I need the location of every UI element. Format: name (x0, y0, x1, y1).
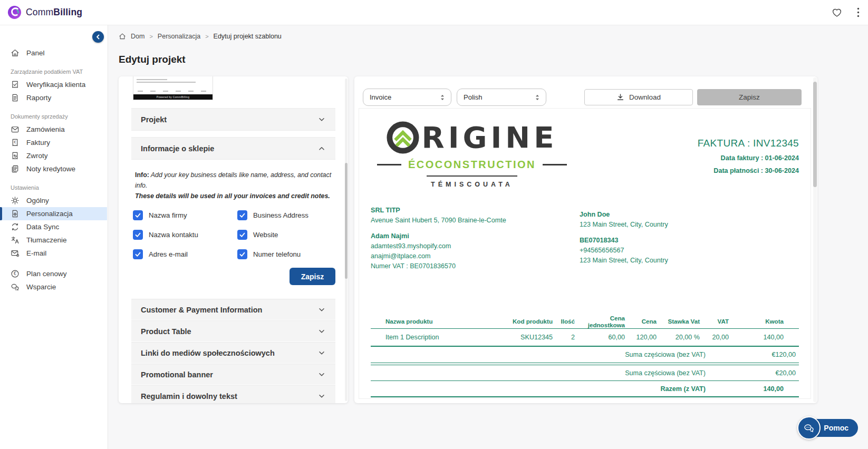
language-value: Polish (464, 93, 482, 101)
table-header-row: Nazwa produktu Kod produktu Ilość Cena j… (371, 314, 799, 328)
checkbox-checked-icon[interactable] (133, 210, 143, 220)
checkbox-checked-icon[interactable] (133, 249, 143, 259)
origine-logo-icon (387, 121, 419, 154)
sidebar-item-ogolny[interactable]: Ogólny (0, 194, 107, 207)
sidebar-section-title: Zarządzanie podatkiem VAT (0, 69, 107, 75)
thumbnail-link-dash (138, 91, 143, 92)
accordion-label: Product Table (141, 327, 191, 336)
checkbox-website[interactable]: Website (237, 230, 348, 240)
breadcrumb-section[interactable]: Personalizacja (158, 33, 200, 40)
sidebar-item-label: E-mail (26, 249, 46, 257)
sidebar-item-faktury[interactable]: € Faktury (0, 136, 107, 149)
checkbox-nazwa-firmy[interactable]: Nazwa firmy (133, 210, 237, 220)
sidebar-item-plan-cenowy[interactable]: € Plan cenowy (0, 267, 107, 280)
breadcrumb-home[interactable]: Dom (131, 33, 144, 40)
accordion-terms-free-text[interactable]: Regulamin i dowolny tekst (131, 385, 335, 403)
grand-total-value: 140,00 (706, 385, 799, 393)
preview-scrollbar-thumb[interactable] (813, 82, 817, 187)
checkbox-adres-email[interactable]: Adres e-mail (133, 249, 237, 259)
document-type-select[interactable]: Invoice (363, 89, 451, 106)
invoice-preview: RIGINE ÉCOCONSTRUCTION TÉMISCOUATA FAKTU… (359, 108, 811, 399)
cell-unit-price: 60,00 (575, 334, 625, 341)
accordion-projekt[interactable]: Projekt (131, 108, 335, 131)
col-header: Cena (625, 318, 657, 325)
accordion-customer-payment[interactable]: Customer & Payment Information (131, 299, 335, 320)
checkbox-checked-icon[interactable] (237, 249, 247, 259)
checkbox-label: Nazwa kontaktu (149, 231, 198, 239)
buyer-address2: 123 Main Street, City, Country (580, 256, 668, 266)
accordion-product-table[interactable]: Product Table (131, 320, 335, 342)
help-chat-icon[interactable] (797, 416, 821, 440)
preview-save-button[interactable]: Zapisz (697, 89, 802, 105)
preview-scrollbar (813, 77, 817, 402)
sidebar-item-label: Ogólny (26, 197, 49, 204)
vat-total-row: Suma częściowa (bez VAT) €20,00 (371, 365, 799, 380)
sidebar-item-tlumaczenie[interactable]: Tłumaczenie (0, 233, 107, 247)
sidebar-item-label: Data Sync (26, 223, 59, 231)
thumbnail-link-dash (176, 91, 181, 92)
download-button[interactable]: Download (584, 89, 693, 105)
grand-total-label: Razem (z VAT) (371, 385, 706, 393)
checkbox-business-address[interactable]: Business Address (237, 210, 348, 220)
store-info-checkboxes: Nazwa firmy Business Address Nazwa konta… (133, 210, 348, 259)
sidebar-item-label: Weryfikacja klienta (26, 81, 85, 89)
checkbox-numer-telefonu[interactable]: Numer telefonu (237, 249, 348, 259)
sidebar-item-label: Raporty (26, 94, 51, 102)
brand-icon (7, 5, 22, 19)
thumbnail-footer: Powered by CommBilling (133, 94, 213, 100)
chevron-down-icon (317, 349, 326, 357)
chevron-down-icon (317, 392, 326, 401)
seller-website: adamtest93.myshopify.com (371, 241, 506, 251)
accordion-label: Projekt (141, 115, 167, 124)
favorite-heart-icon[interactable] (832, 7, 842, 17)
seller-email: anajmi@itplace.com (371, 251, 506, 261)
sidebar-item-label: Tłumaczenie (26, 236, 67, 244)
checkbox-label: Numer telefonu (253, 250, 301, 258)
reports-icon (11, 93, 20, 102)
sidebar-item-label: Noty kredytowe (26, 165, 75, 173)
accordion-informacje-o-sklepie[interactable]: Informacje o sklepie (131, 137, 335, 160)
main-content: Dom > Personalizacja > Edytuj projekt sz… (108, 25, 868, 449)
svg-text:€: € (14, 271, 16, 276)
sidebar-collapse-button[interactable] (92, 31, 104, 43)
accordion-stack: Customer & Payment Information Product T… (119, 299, 348, 403)
sidebar-item-panel[interactable]: Panel (0, 46, 107, 60)
sidebar-item-zamowienia[interactable]: Zamówienia (0, 123, 107, 136)
sidebar-item-noty-kredytowe[interactable]: Noty kredytowe (0, 162, 107, 175)
logo-subtitle: ÉCOCONSTRUCTION (408, 159, 536, 171)
subtotal-label: Suma częściowa (bez VAT) (371, 351, 706, 358)
chevron-down-icon (317, 327, 326, 336)
accordion-social-links[interactable]: Linki do mediów społecznościowych (131, 342, 335, 364)
col-header: VAT (700, 318, 729, 325)
subtotal-value: €120,00 (706, 351, 799, 358)
translate-icon (11, 236, 20, 245)
brand-logo[interactable]: CommBilling (0, 5, 82, 19)
sidebar-item-raporty[interactable]: Raporty (0, 91, 107, 104)
language-select[interactable]: Polish (457, 89, 546, 106)
sidebar-item-wsparcie[interactable]: Wsparcie (0, 280, 107, 294)
checkbox-checked-icon[interactable] (237, 210, 247, 220)
mail-settings-icon (11, 249, 20, 258)
sidebar-item-label: Panel (26, 49, 45, 57)
breadcrumb: Dom > Personalizacja > Edytuj projekt sz… (119, 33, 282, 40)
accordion-promotional-banner[interactable]: Promotional banner (131, 364, 335, 385)
kebab-menu-icon[interactable] (857, 7, 860, 17)
thumbnail-text-line (137, 79, 167, 80)
checkbox-label: Business Address (253, 211, 308, 219)
panel-scrollbar-thumb[interactable] (345, 163, 348, 279)
vat-total-value: €20,00 (706, 369, 799, 377)
sidebar-item-zwroty[interactable]: Zwroty (0, 149, 107, 162)
store-info-save-button[interactable]: Zapisz (290, 268, 335, 285)
checkbox-nazwa-kontaktu[interactable]: Nazwa kontaktu (133, 230, 237, 240)
sidebar-item-weryfikacja-klienta[interactable]: Weryfikacja klienta (0, 78, 107, 91)
sidebar-item-data-sync[interactable]: Data Sync (0, 220, 107, 233)
sidebar-item-email[interactable]: E-mail (0, 247, 107, 260)
thumbnail-link-dash (201, 91, 206, 92)
thumbnail-text-line (137, 82, 196, 83)
checkbox-checked-icon[interactable] (237, 230, 247, 240)
template-thumbnail[interactable]: Powered by CommBilling (133, 76, 213, 100)
sidebar-item-label: Zamówienia (26, 125, 65, 133)
sidebar-item-personalizacja[interactable]: Personalizacja (0, 207, 107, 220)
checkbox-checked-icon[interactable] (133, 230, 143, 240)
logo-wordmark: RIGINE (422, 121, 558, 154)
